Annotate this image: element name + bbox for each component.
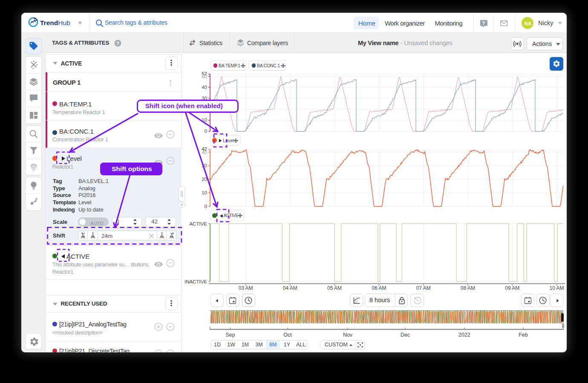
svg-text:09 AM: 09 AM <box>505 285 519 291</box>
svg-text:10: 10 <box>202 190 207 195</box>
svg-text:10 AM: 10 AM <box>550 285 564 291</box>
svg-text:06 AM: 06 AM <box>372 285 386 291</box>
svg-text:Oct: Oct <box>283 332 292 338</box>
svg-text:30: 30 <box>202 163 207 168</box>
svg-text:07 AM: 07 AM <box>416 285 431 291</box>
svg-text:10: 10 <box>202 117 207 123</box>
svg-text:04 AM: 04 AM <box>283 285 297 291</box>
svg-text:50: 50 <box>202 74 207 79</box>
svg-text:03 AM: 03 AM <box>238 285 253 291</box>
svg-text:40: 40 <box>202 85 207 90</box>
svg-text:ACTIVE: ACTIVE <box>189 221 207 226</box>
svg-text:Sep: Sep <box>225 332 235 338</box>
svg-text:INACTIVE: INACTIVE <box>184 279 207 284</box>
svg-text:Nov: Nov <box>343 332 353 338</box>
svg-text:Feb: Feb <box>519 332 528 338</box>
svg-text:20: 20 <box>202 177 207 182</box>
svg-text:08 AM: 08 AM <box>461 285 475 291</box>
svg-text:Dec: Dec <box>401 332 410 338</box>
svg-text:40: 40 <box>202 150 207 155</box>
svg-text:2022: 2022 <box>458 332 470 338</box>
svg-text:0: 0 <box>205 129 207 134</box>
svg-text:05 AM: 05 AM <box>327 285 342 291</box>
svg-text:0: 0 <box>205 204 207 209</box>
